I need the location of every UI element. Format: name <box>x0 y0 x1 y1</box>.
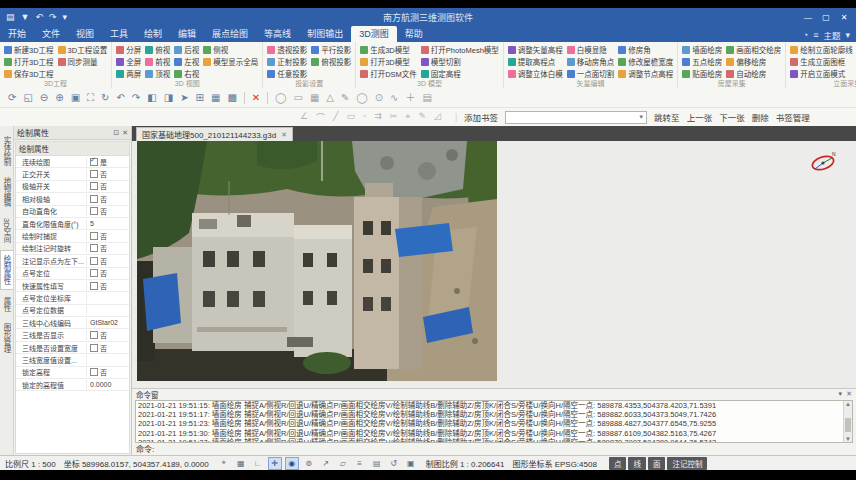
side-tab-实体绘制[interactable]: 实体绘制 <box>0 132 13 170</box>
property-value[interactable]: 是 <box>87 157 129 167</box>
ribbon-item[interactable]: 修改屋檐宽度 <box>618 56 673 67</box>
bookmark-jump-button[interactable]: 跳转至 <box>654 111 680 123</box>
dyn-input-icon[interactable]: ▱ <box>336 457 350 470</box>
layers-icon[interactable]: ▩ <box>227 93 236 103</box>
ribbon-item[interactable]: 左视 <box>174 56 199 67</box>
status-toggle-注记控制[interactable]: 注记控制 <box>667 457 707 470</box>
pencil-icon[interactable]: ✎ <box>341 93 349 103</box>
property-value[interactable]: 否 <box>87 231 129 241</box>
rect-icon[interactable]: ▭ <box>347 111 356 124</box>
monitor-icon[interactable]: ▤ <box>422 93 431 103</box>
add-bookmark-button[interactable]: 添加书签 <box>464 111 498 123</box>
polar-icon[interactable]: ✛ <box>268 457 282 470</box>
ribbon-item[interactable]: 打开3D模型 <box>360 56 417 67</box>
checkbox-icon[interactable] <box>90 207 98 215</box>
menu-tab-编辑[interactable]: 编辑 <box>170 26 204 42</box>
polyline-icon[interactable]: ∿ <box>390 93 398 103</box>
fullscreen-icon[interactable]: ⛶ <box>87 93 94 103</box>
bookmark-manage-button[interactable]: 书签管理 <box>776 111 810 123</box>
checkbox-icon[interactable] <box>90 244 98 252</box>
status-toggle-面[interactable]: 面 <box>648 457 666 470</box>
bookmark-next-button[interactable]: 下一张 <box>719 111 745 123</box>
ribbon-item[interactable]: 绘制立面轮廓线 <box>790 44 853 55</box>
ribbon-item[interactable]: 五点绘房 <box>682 56 722 67</box>
menu-tab-视图[interactable]: 视图 <box>68 26 102 42</box>
pointer-icon[interactable]: ➤ <box>180 93 188 103</box>
node-icon[interactable]: ◦ <box>363 111 366 124</box>
menu-tab-3D测图[interactable]: 3D测图 <box>351 26 397 42</box>
ortho-icon[interactable]: ∟ <box>251 457 265 470</box>
checkbox-icon[interactable] <box>90 331 98 339</box>
undo-icon[interactable]: ↶ <box>35 12 43 22</box>
orientation-gizmo[interactable]: N <box>808 150 838 176</box>
checkbox-icon[interactable] <box>90 282 98 290</box>
zoom-out-icon[interactable]: ⊖ <box>40 93 48 103</box>
lineweight-icon[interactable]: ≡ <box>353 457 367 470</box>
theme-button[interactable]: 主题 <box>823 29 840 41</box>
checkbox-icon[interactable] <box>90 182 98 190</box>
maximize-button[interactable]: ▢ <box>818 13 834 22</box>
ribbon-item[interactable]: 前视 <box>145 56 170 67</box>
side-tab-属性[interactable]: 属性 <box>0 293 13 316</box>
bookmark-combobox[interactable]: ▼ <box>505 111 647 124</box>
track-icon[interactable]: ↗ <box>319 457 333 470</box>
checkbox-icon[interactable] <box>90 170 98 178</box>
property-value[interactable]: 否 <box>87 256 129 266</box>
select-cycle-icon[interactable]: ↺ <box>387 457 401 470</box>
ribbon-item[interactable]: 透视投影 <box>267 44 307 55</box>
ribbon-item[interactable]: 俯视投影 <box>311 56 351 67</box>
quick-props-icon[interactable]: ▤ <box>370 457 384 470</box>
checkbox-icon[interactable] <box>90 195 98 203</box>
ribbon-item[interactable]: 生成3D模型 <box>360 44 417 55</box>
property-value[interactable]: 否 <box>87 330 129 340</box>
side-tab-图形管理[interactable]: 图形管理 <box>0 319 13 357</box>
redo-icon[interactable]: ↷ <box>49 12 57 22</box>
undo-icon[interactable]: ↶ <box>116 93 124 103</box>
grid-icon[interactable]: ▦ <box>234 457 248 470</box>
select-area-icon[interactable]: ▣ <box>71 93 80 103</box>
mesh-icon[interactable]: ▦ <box>310 93 319 103</box>
property-value[interactable]: 否 <box>87 206 129 216</box>
ribbon-item[interactable]: 平行投影 <box>311 44 351 55</box>
mask-icon[interactable]: ◯ <box>275 93 286 103</box>
property-value[interactable]: 否 <box>87 281 129 291</box>
crosshair-icon[interactable]: ⌖ <box>217 457 231 470</box>
ribbon-item[interactable]: 调整矢量高程 <box>508 44 563 55</box>
prev-image-icon[interactable]: ◧ <box>147 93 156 103</box>
menu-tab-开始[interactable]: 开始 <box>0 26 34 42</box>
status-toggle-点[interactable]: 点 <box>609 457 627 470</box>
tin-icon[interactable]: △ <box>326 93 334 103</box>
ribbon-item[interactable]: 打开PhotoMesh模型 <box>421 44 499 55</box>
ribbon-item[interactable]: 墙面绘房 <box>682 44 722 55</box>
ribbon-item[interactable]: 提取高程点 <box>508 56 563 67</box>
ribbon-item[interactable]: 生成立面图框 <box>790 56 853 67</box>
delete-icon[interactable]: ✕ <box>252 93 260 103</box>
osnap-icon[interactable]: ⊚ <box>302 457 316 470</box>
checkbox-icon[interactable] <box>90 158 98 166</box>
command-prompt[interactable]: 命令: <box>136 443 154 454</box>
line-icon[interactable]: ╱ <box>333 111 338 124</box>
save-view-icon[interactable]: ⊞ <box>196 93 204 103</box>
ribbon-item[interactable]: 后视 <box>174 44 199 55</box>
menu-tab-工具[interactable]: 工具 <box>102 26 136 42</box>
ribbon-item[interactable]: 全屏 <box>116 56 141 67</box>
ribbon-item[interactable]: 修房角 <box>618 44 673 55</box>
scroll-up-icon[interactable]: ▲ <box>844 401 852 407</box>
close-icon[interactable]: ✕ <box>122 129 128 137</box>
ribbon-item[interactable]: 正射投影 <box>267 56 307 67</box>
close-button[interactable]: ✕ <box>836 13 852 22</box>
checkbox-icon[interactable] <box>90 257 98 265</box>
chevron-down-icon[interactable]: ▾ <box>839 390 843 398</box>
open-folder-icon[interactable]: ▼ <box>21 12 30 22</box>
ribbon-item[interactable]: 打开3D工程 <box>4 56 54 67</box>
ribbon-item[interactable]: 俯视 <box>145 44 170 55</box>
ribbon-item[interactable]: 分屏 <box>116 44 141 55</box>
new-file-icon[interactable]: ▤ <box>6 12 15 22</box>
menu-tab-展点绘图[interactable]: 展点绘图 <box>204 26 256 42</box>
page-icon[interactable]: ▭ <box>293 93 302 103</box>
hamburger-icon[interactable]: ≡ <box>813 30 818 40</box>
log-scrollbar[interactable]: ▲ ▼ <box>843 401 852 442</box>
property-value[interactable]: 否 <box>87 181 129 191</box>
ribbon-item[interactable]: 白模显隐 <box>567 44 615 55</box>
ribbon-item[interactable]: 模型显示全局 <box>203 56 258 67</box>
